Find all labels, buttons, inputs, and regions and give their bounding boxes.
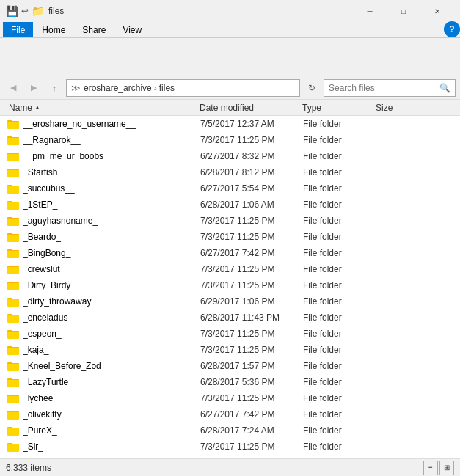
minimize-button[interactable]: ─ <box>353 0 387 22</box>
table-row[interactable]: __eroshare_no_username__ 7/5/2017 12:37 … <box>0 116 460 132</box>
svg-rect-14 <box>7 347 19 355</box>
file-type: File folder <box>303 345 376 355</box>
tab-file[interactable]: File <box>3 22 33 37</box>
file-type: File folder <box>303 312 376 323</box>
table-row[interactable]: __pm_me_ur_boobs__ 6/27/2017 8:32 PM Fil… <box>0 148 460 164</box>
table-row[interactable]: _Kneel_Before_Zod 6/28/2017 1:57 PM File… <box>0 358 460 374</box>
title-bar: 💾 ↩ 📁 files ─ □ ✕ <box>0 0 460 22</box>
folder-icon <box>7 279 20 292</box>
folder-icon <box>7 133 20 147</box>
file-name: _Starfish__ <box>23 167 200 177</box>
table-row[interactable]: _BingBong_ 6/27/2017 7:42 PM File folder <box>0 245 460 261</box>
folder-icon <box>7 359 20 373</box>
folder-icon-title: 📁 <box>32 5 44 17</box>
file-date: 6/28/2017 1:57 PM <box>200 361 303 371</box>
tab-share[interactable]: Share <box>74 22 114 37</box>
undo-icon: ↩ <box>21 6 29 16</box>
help-button[interactable]: ? <box>444 21 460 37</box>
table-row[interactable]: _Starfish__ 6/28/2017 8:12 PM File folde… <box>0 164 460 180</box>
tab-home[interactable]: Home <box>34 22 73 37</box>
file-type: File folder <box>303 264 376 274</box>
table-row[interactable]: _enceladus 6/28/2017 11:43 PM File folde… <box>0 310 460 326</box>
file-date: 6/28/2017 11:43 PM <box>200 312 303 323</box>
folder-icon <box>7 424 20 437</box>
file-date: 7/3/2017 11:25 PM <box>200 345 303 355</box>
table-row[interactable]: _espeon_ 7/3/2017 11:25 PM File folder <box>0 326 460 342</box>
file-date: 7/3/2017 11:25 PM <box>200 135 303 145</box>
table-row[interactable]: _kaja_ 7/3/2017 11:25 PM File folder <box>0 342 460 358</box>
column-headers: Name ▲ Date modified Type Size <box>0 100 460 116</box>
file-list: __eroshare_no_username__ 7/5/2017 12:37 … <box>0 116 460 458</box>
file-date: 6/27/2017 7:42 PM <box>200 409 303 420</box>
file-type: File folder <box>303 425 376 436</box>
title-bar-icons: 💾 ↩ 📁 <box>6 5 44 17</box>
table-row[interactable]: _Dirty_Birdy_ 7/3/2017 11:25 PM File fol… <box>0 277 460 293</box>
file-name: __pm_me_ur_boobs__ <box>23 151 200 161</box>
file-date: 7/3/2017 11:25 PM <box>200 329 303 339</box>
address-path[interactable]: ≫ eroshare_archive › files <box>66 79 300 97</box>
file-type: File folder <box>303 458 376 458</box>
file-date: 6/28/2017 8:12 PM <box>200 167 303 177</box>
file-type: File folder <box>303 216 376 226</box>
up-button[interactable]: ↑ <box>45 79 63 97</box>
view-buttons: ≡ ⊞ <box>423 461 454 475</box>
table-row[interactable]: _PureX_ 6/28/2017 7:24 AM File folder <box>0 422 460 439</box>
svg-rect-15 <box>7 363 19 371</box>
folder-icon <box>7 456 20 458</box>
col-header-type[interactable]: Type <box>299 100 373 115</box>
svg-rect-3 <box>7 169 19 177</box>
search-box[interactable]: 🔍 <box>324 79 456 97</box>
path-separator-left: ≫ <box>71 83 81 93</box>
svg-rect-9 <box>7 266 19 274</box>
file-date: 7/3/2017 11:25 PM <box>200 280 303 290</box>
table-row[interactable]: _dirty_throwaway 6/29/2017 1:06 PM File … <box>0 293 460 310</box>
window-controls[interactable]: ─ □ ✕ <box>353 0 454 22</box>
folder-icon <box>7 230 20 244</box>
maximize-button[interactable]: □ <box>387 0 420 22</box>
table-row[interactable]: _Sir_ 7/3/2017 11:25 PM File folder <box>0 439 460 455</box>
details-view-button[interactable]: ≡ <box>423 461 438 475</box>
col-header-size[interactable]: Size <box>373 100 424 115</box>
large-icons-view-button[interactable]: ⊞ <box>439 461 454 475</box>
table-row[interactable]: _aguyhasnoname_ 7/3/2017 11:25 PM File f… <box>0 213 460 229</box>
file-type: File folder <box>303 151 376 161</box>
table-row[interactable]: _olivekitty 6/27/2017 7:42 PM File folde… <box>0 406 460 422</box>
ribbon-tabs: File Home Share View ? <box>0 22 460 38</box>
file-type: File folder <box>303 361 376 371</box>
file-date: 6/27/2017 7:42 PM <box>200 248 303 258</box>
table-row[interactable]: _1StEP_ 6/28/2017 1:06 AM File folder <box>0 197 460 213</box>
file-name: _1StEP_ <box>23 199 200 210</box>
folder-icon <box>7 327 20 340</box>
svg-rect-2 <box>7 153 19 161</box>
table-row[interactable]: __Ragnarok__ 7/3/2017 11:25 PM File fold… <box>0 132 460 148</box>
table-row[interactable]: _crewslut_ 7/3/2017 11:25 PM File folder <box>0 261 460 277</box>
file-date: 7/3/2017 11:25 PM <box>200 216 303 226</box>
search-input[interactable] <box>329 83 439 93</box>
col-header-date[interactable]: Date modified <box>197 100 299 115</box>
tab-view[interactable]: View <box>114 22 150 37</box>
file-name: _Kneel_Before_Zod <box>23 361 200 371</box>
forward-button[interactable]: ▶ <box>25 79 43 97</box>
file-date: 6/27/2017 5:54 PM <box>200 183 303 194</box>
folder-icon <box>7 166 20 179</box>
folder-icon <box>7 376 20 389</box>
file-name: _crewslut_ <box>23 264 200 274</box>
table-row[interactable]: _lychee 7/3/2017 11:25 PM File folder <box>0 390 460 406</box>
path-files: files <box>159 83 175 93</box>
refresh-button[interactable]: ↻ <box>303 79 321 97</box>
svg-rect-5 <box>7 202 19 210</box>
table-row[interactable]: _LazyTurtle 6/28/2017 5:36 PM File folde… <box>0 374 460 390</box>
file-type: File folder <box>303 199 376 210</box>
folder-icon <box>7 150 20 163</box>
file-name: _thick_throwaway_ <box>23 458 200 458</box>
table-row[interactable]: _succubus__ 6/27/2017 5:54 PM File folde… <box>0 180 460 197</box>
close-button[interactable]: ✕ <box>420 0 454 22</box>
svg-rect-11 <box>7 299 19 307</box>
svg-rect-4 <box>7 186 19 194</box>
col-header-name[interactable]: Name ▲ <box>6 100 197 115</box>
folder-icon <box>7 182 20 195</box>
table-row[interactable]: _Beardo_ 7/3/2017 11:25 PM File folder <box>0 229 460 245</box>
item-count: 6,333 items <box>6 463 417 473</box>
file-type: File folder <box>303 119 376 129</box>
back-button[interactable]: ◀ <box>4 79 22 97</box>
